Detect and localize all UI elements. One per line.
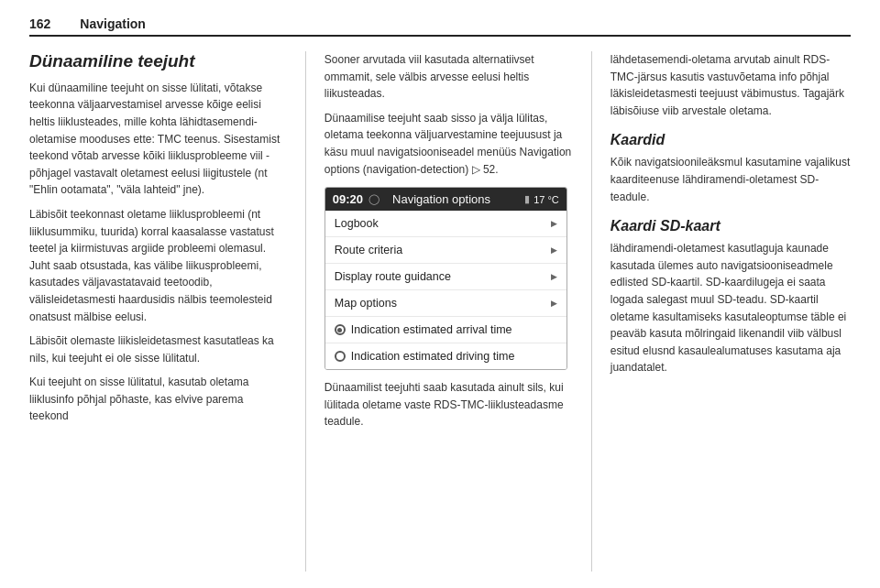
page-number: 162	[29, 16, 50, 31]
nav-header-right: ▮ 17 °C	[524, 193, 559, 205]
col-middle: Sooner arvutada viil kasutada alternatii…	[306, 51, 592, 572]
middle-para-1: Sooner arvutada viil kasutada alternatii…	[324, 51, 573, 103]
right-para-2: Kõik navigatsioonileäksmul kasutamine va…	[610, 154, 851, 205]
page-header: 162 Navigation	[29, 16, 851, 37]
nav-menu-map-options[interactable]: Map options	[325, 290, 566, 317]
nav-header: 09:20 ◯ Navigation options ▮ 17 °C	[325, 188, 566, 211]
middle-para-3: Dünaamilist teejuhti saab kasutada ainul…	[324, 379, 573, 430]
clock-icon: ◯	[368, 193, 380, 205]
nav-temperature: 17 °C	[534, 194, 559, 205]
right-para-1: lähdetasemendi-oletama arvutab ainult RD…	[610, 51, 851, 119]
section-title-left: Dünaamiline teeju​ht	[29, 51, 283, 72]
right-para-3: lähdiramendi-oletamest kasutlaguja kauna…	[610, 240, 851, 376]
nav-screenshot: 09:20 ◯ Navigation options ▮ 17 °C Logbo…	[324, 187, 567, 370]
nav-menu-map-options-label: Map options	[335, 297, 551, 310]
nav-menu-arrival-time[interactable]: Indication estimated arrival time	[325, 317, 566, 343]
nav-menu: Logbook Route criteria Display route gui…	[325, 211, 566, 369]
radio-arrival-icon	[335, 324, 346, 335]
nav-menu-display-route[interactable]: Display route guidance	[325, 264, 566, 290]
columns: Dünaamiline teeju​ht Kui dünaamiline tee…	[29, 51, 851, 572]
nav-menu-logbook[interactable]: Logbook	[325, 211, 566, 237]
left-para-2: Läbisõit teekonnast oletame liiklusprobl…	[29, 206, 283, 325]
nav-menu-logbook-label: Logbook	[335, 217, 551, 230]
nav-menu-driving-label: Indication estimated driving time	[351, 350, 557, 363]
col-right: lähdetasemendi-oletama arvutab ainult RD…	[592, 51, 851, 572]
left-para-1: Kui dünaamiline teejuht on sisse lülitat…	[29, 80, 283, 199]
battery-icon: ▮	[524, 193, 530, 205]
nav-menu-route-criteria-label: Route criteria	[335, 244, 551, 256]
page: 162 Navigation Dünaamiline teeju​ht Kui …	[0, 0, 880, 588]
radio-driving-icon	[335, 351, 346, 362]
page-title: Navigation	[80, 16, 146, 31]
nav-menu-route-criteria[interactable]: Route criteria	[325, 237, 566, 264]
nav-header-left: 09:20 ◯ Navigation options	[333, 192, 490, 206]
section-heading-kaardid: Kaardid	[610, 132, 851, 148]
left-para-4: Kui teejuht on sisse lülitatul, kasutab …	[29, 374, 283, 425]
left-para-3: Läbisõit olemaste liikisleidetasmest kas…	[29, 332, 283, 366]
middle-para-2: Dünaamilise teejuht saab sisso ja välja …	[324, 110, 573, 178]
nav-menu-display-route-label: Display route guidance	[335, 270, 551, 283]
nav-menu-driving-time[interactable]: Indication estimated driving time	[325, 343, 566, 369]
col-left: Dünaamiline teeju​ht Kui dünaamiline tee…	[29, 51, 306, 572]
nav-title: Navigation options	[392, 192, 490, 206]
section-heading-sd: Kaardi SD-kaart	[610, 218, 851, 234]
nav-time: 09:20	[333, 192, 363, 206]
nav-menu-arrival-label: Indication estimated arrival time	[351, 323, 557, 336]
